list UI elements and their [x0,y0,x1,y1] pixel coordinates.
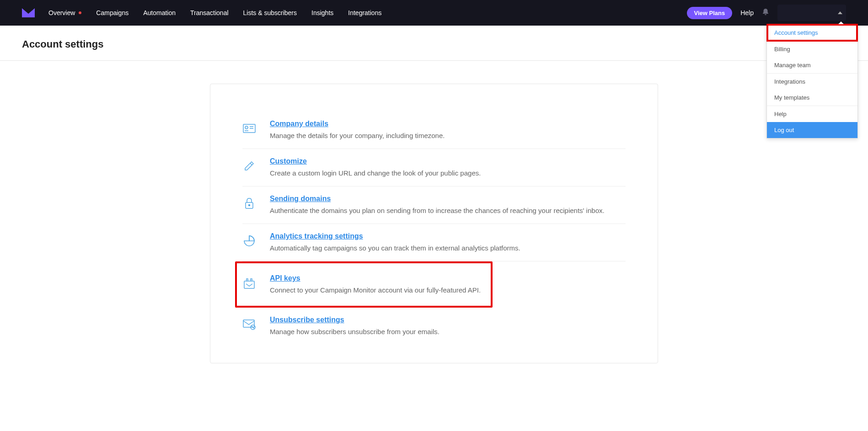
nav-right: View Plans Help [687,5,846,21]
user-menu-toggle[interactable] [777,5,846,21]
content-wrapper: Company details Manage the details for y… [0,61,868,386]
company-details-icon [242,122,256,135]
setting-body: Unsubscribe settings Manage how subscrib… [270,316,626,336]
setting-sending-domains: Sending domains Authenticate the domains… [242,186,626,224]
company-details-link[interactable]: Company details [270,120,328,128]
top-navigation: Overview Campaigns Automation Transactio… [0,0,868,26]
bell-icon[interactable] [762,8,769,17]
analytics-link[interactable]: Analytics tracking settings [270,232,363,240]
nav-label: Insights [311,9,333,16]
customize-link[interactable]: Customize [270,157,307,165]
svg-rect-8 [244,281,254,288]
setting-body: Customize Create a custom login URL and … [270,157,626,178]
unsubscribe-icon [242,318,256,331]
nav-label: Lists & subscribers [243,9,297,16]
nav-overview[interactable]: Overview [48,9,81,16]
nav-campaigns[interactable]: Campaigns [96,9,129,16]
setting-body: Company details Manage the details for y… [270,120,626,140]
nav-label: Transactional [190,9,229,16]
page-header: Account settings [0,26,868,61]
api-keys-link[interactable]: API keys [270,274,300,282]
setting-company-details: Company details Manage the details for y… [242,112,626,149]
nav-insights[interactable]: Insights [311,9,333,16]
logo-icon [22,8,35,17]
logo[interactable] [22,8,35,17]
customize-icon [242,159,256,173]
setting-desc: Manage how subscribers unsubscribe from … [270,327,626,336]
setting-desc: Create a custom login URL and change the… [270,168,626,178]
nav-transactional[interactable]: Transactional [190,9,229,16]
user-dropdown: Account settings Billing Manage team Int… [766,24,858,138]
api-keys-icon [242,276,256,290]
help-link[interactable]: Help [740,9,754,16]
setting-unsubscribe: Unsubscribe settings Manage how subscrib… [242,308,626,345]
dropdown-integrations[interactable]: Integrations [767,74,857,90]
nav-integrations[interactable]: Integrations [348,9,381,16]
setting-desc: Automatically tag campaigns so you can t… [270,243,626,253]
nav-automation[interactable]: Automation [143,9,176,16]
page-title: Account settings [22,38,846,50]
sending-domains-link[interactable]: Sending domains [270,195,331,203]
setting-desc: Authenticate the domains you plan on sen… [270,206,626,215]
svg-point-7 [249,205,250,206]
view-plans-button[interactable]: View Plans [687,7,733,19]
nav-items: Overview Campaigns Automation Transactio… [48,9,381,16]
setting-body: Analytics tracking settings Automaticall… [270,232,626,253]
dropdown-my-templates[interactable]: My templates [767,90,857,106]
setting-desc: Manage the details for your company, inc… [270,131,626,140]
nav-label: Overview [48,9,75,16]
settings-card: Company details Manage the details for y… [210,84,658,363]
nav-label: Automation [143,9,176,16]
sending-domains-icon [242,197,256,210]
dropdown-help[interactable]: Help [767,106,857,122]
analytics-icon [242,234,256,248]
unsubscribe-link[interactable]: Unsubscribe settings [270,316,344,324]
svg-point-1 [245,126,248,129]
setting-api-keys: API keys Connect to your Campaign Monito… [235,261,493,308]
dropdown-manage-team[interactable]: Manage team [767,57,857,73]
nav-label: Campaigns [96,9,129,16]
setting-body: API keys Connect to your Campaign Monito… [270,274,491,295]
nav-lists-subscribers[interactable]: Lists & subscribers [243,9,297,16]
svg-rect-9 [243,320,254,327]
setting-body: Sending domains Authenticate the domains… [270,195,626,215]
dropdown-account-settings[interactable]: Account settings [766,24,858,42]
setting-desc: Connect to your Campaign Monitor account… [270,285,491,295]
notification-dot-icon [79,11,81,14]
setting-customize: Customize Create a custom login URL and … [242,149,626,186]
setting-analytics: Analytics tracking settings Automaticall… [242,224,626,261]
svg-line-5 [250,163,252,165]
dropdown-billing[interactable]: Billing [767,41,857,57]
nav-label: Integrations [348,9,381,16]
caret-up-icon [838,11,842,14]
dropdown-logout[interactable]: Log out [767,122,857,138]
